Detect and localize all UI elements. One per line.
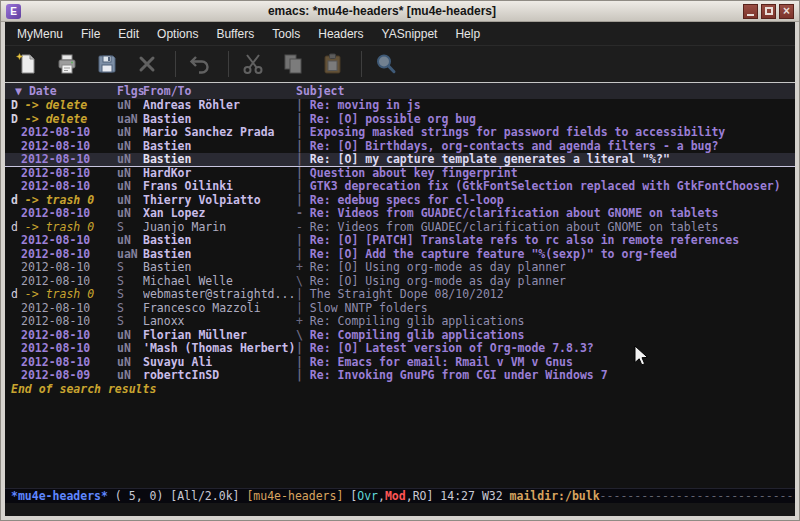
message-from: Frans Oilinki <box>143 180 296 194</box>
message-row[interactable]: 2012-08-10uaNBastien| Re: [O] Add the ca… <box>5 248 795 262</box>
thread-prefix: | <box>296 342 310 355</box>
message-subject: | The Straight Dope 08/10/2012 <box>296 288 795 302</box>
copy-icon[interactable] <box>279 50 307 78</box>
message-from: Bastien <box>143 234 296 248</box>
message-subject: | Exposing masked strings for password f… <box>296 126 795 140</box>
message-subject: | Re: [O] possible org bug <box>296 113 795 127</box>
message-date: 2012-08-10 <box>11 126 117 140</box>
title-bar[interactable]: E emacs: *mu4e-headers* [mu4e-headers] × <box>1 1 799 22</box>
thread-prefix: | <box>296 369 310 382</box>
close-icon[interactable] <box>133 50 161 78</box>
modeline-plain: , <box>378 489 385 503</box>
message-date: 2012-08-10 <box>11 248 117 262</box>
message-date: 2012-08-10 <box>11 180 117 194</box>
column-header-date[interactable]: ▼ Date <box>11 83 117 99</box>
thread-prefix: \ <box>296 275 310 288</box>
message-flags: uN <box>117 153 143 166</box>
message-date: 2012-08-10 <box>11 140 117 154</box>
thread-prefix: \ <box>296 329 310 342</box>
window-title: emacs: *mu4e-headers* [mu4e-headers] <box>21 4 743 18</box>
message-row[interactable]: 2012-08-10uNMario Sanchez Prada| Exposin… <box>5 126 795 140</box>
message-row[interactable]: 2012-08-10uNFlorian Müllner\ Re: Compili… <box>5 329 795 343</box>
column-header-from[interactable]: From/To <box>143 83 296 99</box>
new-document-icon[interactable] <box>13 50 41 78</box>
message-row[interactable]: D -> deleteuaNBastien| Re: [O] possible … <box>5 113 795 127</box>
message-flags: uaN <box>117 113 143 127</box>
thread-prefix: + <box>296 315 310 328</box>
menu-options[interactable]: Options <box>148 24 207 44</box>
message-from: HardKor <box>143 167 296 181</box>
message-row[interactable]: 2012-08-10uNBastien| Re: [O] [PATCH] Tra… <box>5 234 795 248</box>
menu-file[interactable]: File <box>72 24 109 44</box>
message-date: 2012-08-10 <box>11 261 117 275</box>
message-row[interactable]: 2012-08-10uNHardKor| Question about key … <box>5 167 795 181</box>
message-subject: | Re: [O] Add the capture feature "%(sex… <box>296 248 795 262</box>
menu-headers[interactable]: Headers <box>309 24 372 44</box>
message-from: Bastien <box>143 248 296 262</box>
modeline-plain: ( 5, 0) <box>108 489 170 503</box>
modeline-dashes: ----------------------------------------… <box>600 489 795 503</box>
message-from: Suvayu Ali <box>143 356 296 370</box>
menu-mymenu[interactable]: MyMenu <box>8 24 72 44</box>
message-flags: S <box>117 302 143 316</box>
message-row[interactable]: 2012-08-10uNBastien| Re: [O] Birthdays, … <box>5 140 795 154</box>
menu-yasnippet[interactable]: YASnippet <box>373 24 447 44</box>
echo-area[interactable] <box>5 503 795 516</box>
column-header-flags[interactable]: Flgs <box>117 83 143 99</box>
message-flags: uN <box>117 234 143 248</box>
paste-icon[interactable] <box>319 50 347 78</box>
column-header-subject[interactable]: Subject <box>296 83 795 99</box>
message-row[interactable]: 2012-08-10SBastien+ Re: [O] Using org-mo… <box>5 261 795 275</box>
message-from: Francesco Mazzoli <box>143 302 296 316</box>
message-row[interactable]: 2012-08-10uNXan Lopez- Re: Videos from G… <box>5 207 795 221</box>
search-icon[interactable] <box>372 50 400 78</box>
message-flags: uN <box>117 369 143 383</box>
message-date: 2012-08-10 <box>11 153 117 166</box>
modeline-plain: [ <box>343 489 357 503</box>
message-mark: d -> trash 0 <box>11 221 117 235</box>
message-row[interactable]: 2012-08-10uN'Mash (Thomas Herbert)| Re: … <box>5 342 795 356</box>
message-row[interactable]: 2012-08-09uNrobertcInSD| Re: Invoking Gn… <box>5 369 795 383</box>
message-date: 2012-08-10 <box>11 234 117 248</box>
message-row[interactable]: d -> trash 0uNThierry Volpiatto| Re: ede… <box>5 194 795 208</box>
toolbar-separator <box>175 51 176 77</box>
menu-edit[interactable]: Edit <box>109 24 148 44</box>
message-row[interactable]: D -> deleteuNAndreas Röhler| Re: moving … <box>5 99 795 113</box>
thread-prefix: | <box>296 194 310 207</box>
message-date: 2012-08-10 <box>11 167 117 181</box>
save-icon[interactable] <box>93 50 121 78</box>
modeline-ovr: Ovr <box>357 489 378 503</box>
print-icon[interactable] <box>53 50 81 78</box>
message-row[interactable]: 2012-08-10uNSuvayu Ali| Re: Emacs for em… <box>5 356 795 370</box>
toolbar <box>5 45 795 82</box>
cut-icon[interactable] <box>239 50 267 78</box>
message-mark: d -> trash 0 <box>11 194 117 208</box>
message-row[interactable]: 2012-08-10SLanoxx+ Re: Compiling glib ap… <box>5 315 795 329</box>
modeline-plain: ,RO] <box>406 489 434 503</box>
minimize-button[interactable] <box>743 4 758 19</box>
undo-icon[interactable] <box>186 50 214 78</box>
message-flags: S <box>117 315 143 329</box>
message-row[interactable]: 2012-08-10SFrancesco Mazzoli| Slow NNTP … <box>5 302 795 316</box>
menu-help[interactable]: Help <box>446 24 489 44</box>
thread-prefix: | <box>296 180 310 193</box>
thread-prefix: | <box>296 153 310 166</box>
close-button[interactable]: × <box>779 4 794 19</box>
message-date: 2012-08-10 <box>11 207 117 221</box>
message-subject: + Re: Compiling glib applications <box>296 315 795 329</box>
message-from: Florian Müllner <box>143 329 296 343</box>
message-row[interactable]: 2012-08-10uNFrans Oilinki| GTK3 deprecat… <box>5 180 795 194</box>
maximize-button[interactable] <box>761 4 776 19</box>
message-row[interactable]: 2012-08-10SMichael Welle\ Re: [O] Using … <box>5 275 795 289</box>
menu-tools[interactable]: Tools <box>263 24 309 44</box>
message-from: Xan Lopez <box>143 207 296 221</box>
message-row[interactable]: 2012-08-10uNBastien| Re: [O] my capture … <box>5 153 795 167</box>
message-row[interactable]: d -> trash 0SJuanjo Marin- Re: Videos fr… <box>5 221 795 235</box>
message-flags: uN <box>117 356 143 370</box>
mode-line[interactable]: *mu4e-headers* ( 5, 0) [All/2.0k] [mu4e-… <box>5 488 795 503</box>
menu-buffers[interactable]: Buffers <box>207 24 263 44</box>
message-row[interactable]: d -> trash 0Swebmaster@straightd...| The… <box>5 288 795 302</box>
message-flags: S <box>117 288 143 302</box>
emacs-icon[interactable]: E <box>6 4 21 19</box>
message-from: 'Mash (Thomas Herbert) <box>143 342 296 356</box>
